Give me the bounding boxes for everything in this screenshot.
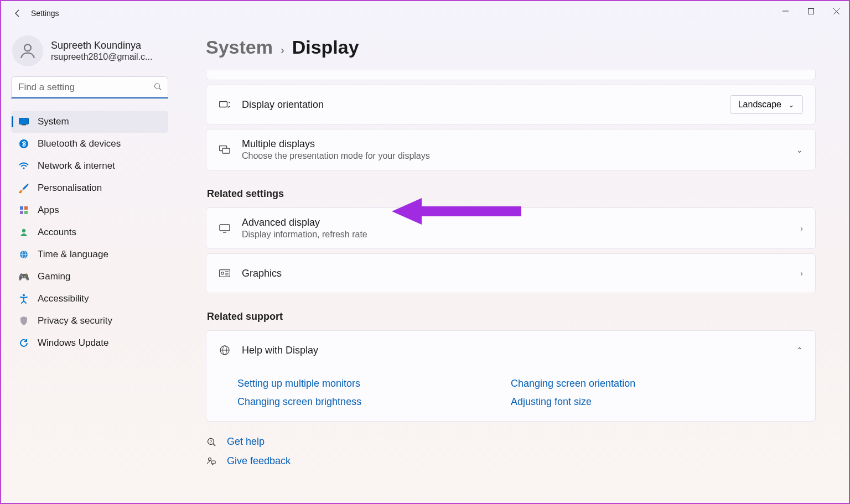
help-link-font-size[interactable]: Adjusting font size <box>511 396 784 408</box>
svg-rect-5 <box>19 118 29 124</box>
help-links-panel: Setting up multiple monitors Changing sc… <box>206 366 816 422</box>
svg-rect-21 <box>220 225 230 231</box>
help-globe-icon <box>219 345 231 355</box>
breadcrumb-current: Display <box>292 37 359 58</box>
svg-point-34 <box>209 458 211 460</box>
avatar <box>12 35 43 66</box>
svg-rect-20 <box>222 148 230 153</box>
card-title: Display orientation <box>242 99 730 111</box>
orientation-icon <box>219 100 231 109</box>
help-link-orientation[interactable]: Changing screen orientation <box>511 378 784 389</box>
svg-point-17 <box>23 294 25 297</box>
card-title: Multiple displays <box>242 138 796 150</box>
nav-item-system[interactable]: System <box>11 111 168 133</box>
gamepad-icon: 🎮 <box>18 272 30 282</box>
svg-point-2 <box>24 44 31 51</box>
svg-point-3 <box>155 84 160 89</box>
breadcrumb: System › Display <box>206 37 816 58</box>
nav-list: System Bluetooth & devices Network & int… <box>11 111 168 354</box>
update-icon <box>18 339 30 347</box>
chevron-down-icon: ⌄ <box>796 146 803 154</box>
nav-label: Accessibility <box>38 293 89 304</box>
orientation-dropdown[interactable]: Landscape ⌄ <box>730 95 803 114</box>
truncated-card-top <box>206 70 816 80</box>
search-input[interactable] <box>11 76 168 98</box>
svg-point-13 <box>22 229 25 232</box>
monitor-icon <box>219 224 231 233</box>
give-feedback-label: Give feedback <box>227 455 291 467</box>
nav-item-time[interactable]: Time & language <box>11 243 168 266</box>
search-icon <box>154 83 162 92</box>
system-icon <box>18 118 30 126</box>
window-title: Settings <box>31 9 59 18</box>
svg-rect-12 <box>24 211 28 214</box>
nav-label: Windows Update <box>38 337 109 349</box>
nav-label: Privacy & security <box>38 315 112 326</box>
card-multiple-displays[interactable]: Multiple displays Choose the presentatio… <box>206 129 816 170</box>
svg-point-24 <box>221 272 224 274</box>
dropdown-value: Landscape <box>738 100 781 110</box>
account-block[interactable]: Supreeth Koundinya rsupreeth2810@gmail.c… <box>11 31 168 76</box>
svg-text:?: ? <box>210 439 212 444</box>
apps-icon <box>18 206 30 215</box>
svg-point-8 <box>23 167 24 169</box>
nav-label: System <box>38 116 69 127</box>
nav-label: Accounts <box>38 227 76 238</box>
card-subtitle: Choose the presentation mode for your di… <box>242 151 796 161</box>
chevron-up-icon: ⌃ <box>796 346 803 355</box>
nav-label: Bluetooth & devices <box>38 138 121 149</box>
nav-item-bluetooth[interactable]: Bluetooth & devices <box>11 133 168 155</box>
nav-item-update[interactable]: Windows Update <box>11 332 168 354</box>
help-link-brightness[interactable]: Changing screen brightness <box>237 396 511 408</box>
bluetooth-icon <box>18 139 30 148</box>
nav-label: Time & language <box>38 249 108 260</box>
person-icon <box>18 228 30 237</box>
get-help-link[interactable]: ? Get help <box>206 436 816 448</box>
nav-item-apps[interactable]: Apps <box>11 199 168 221</box>
search-box[interactable] <box>11 76 168 98</box>
feedback-icon <box>206 457 217 466</box>
svg-rect-10 <box>24 206 28 210</box>
brush-icon: 🖌️ <box>18 183 30 194</box>
section-related-settings: Related settings <box>207 188 816 200</box>
svg-rect-9 <box>20 206 23 210</box>
card-subtitle: Display information, refresh rate <box>242 230 800 240</box>
breadcrumb-root[interactable]: System <box>206 37 273 58</box>
globe-icon <box>18 250 30 259</box>
chevron-down-icon: ⌄ <box>788 100 795 109</box>
wifi-icon <box>18 162 30 170</box>
nav-item-personalisation[interactable]: 🖌️ Personalisation <box>11 177 168 199</box>
nav-label: Apps <box>38 205 59 216</box>
chevron-right-icon: › <box>800 224 803 233</box>
accessibility-icon <box>18 294 30 304</box>
back-button[interactable] <box>7 2 29 24</box>
account-email: rsupreeth2810@gmail.c... <box>51 52 152 62</box>
chevron-right-icon: › <box>800 269 803 278</box>
nav-item-accounts[interactable]: Accounts <box>11 221 168 243</box>
nav-item-accessibility[interactable]: Accessibility <box>11 288 168 310</box>
maximize-button[interactable] <box>798 1 823 21</box>
chevron-right-icon: › <box>281 44 284 56</box>
card-display-orientation[interactable]: Display orientation Landscape ⌄ <box>206 85 816 124</box>
account-name: Supreeth Koundinya <box>51 40 152 52</box>
svg-rect-1 <box>808 8 813 14</box>
nav-item-privacy[interactable]: Privacy & security <box>11 310 168 332</box>
card-title: Graphics <box>242 268 800 279</box>
svg-line-4 <box>159 88 162 90</box>
svg-rect-35 <box>211 461 215 464</box>
nav-label: Network & internet <box>38 160 115 172</box>
svg-rect-11 <box>20 211 23 214</box>
close-button[interactable] <box>823 1 849 21</box>
nav-item-gaming[interactable]: 🎮 Gaming <box>11 266 168 288</box>
give-feedback-link[interactable]: Give feedback <box>206 455 816 467</box>
help-link-multiple-monitors[interactable]: Setting up multiple monitors <box>237 378 511 389</box>
card-title: Advanced display <box>242 217 800 228</box>
card-graphics[interactable]: Graphics › <box>206 253 816 293</box>
card-help-with-display[interactable]: Help with Display ⌃ <box>206 330 816 370</box>
svg-rect-18 <box>220 102 227 107</box>
multiple-displays-icon <box>219 146 231 154</box>
minimize-button[interactable] <box>773 1 798 21</box>
section-related-support: Related support <box>207 311 816 323</box>
card-advanced-display[interactable]: Advanced display Display information, re… <box>206 207 816 249</box>
nav-item-network[interactable]: Network & internet <box>11 155 168 177</box>
